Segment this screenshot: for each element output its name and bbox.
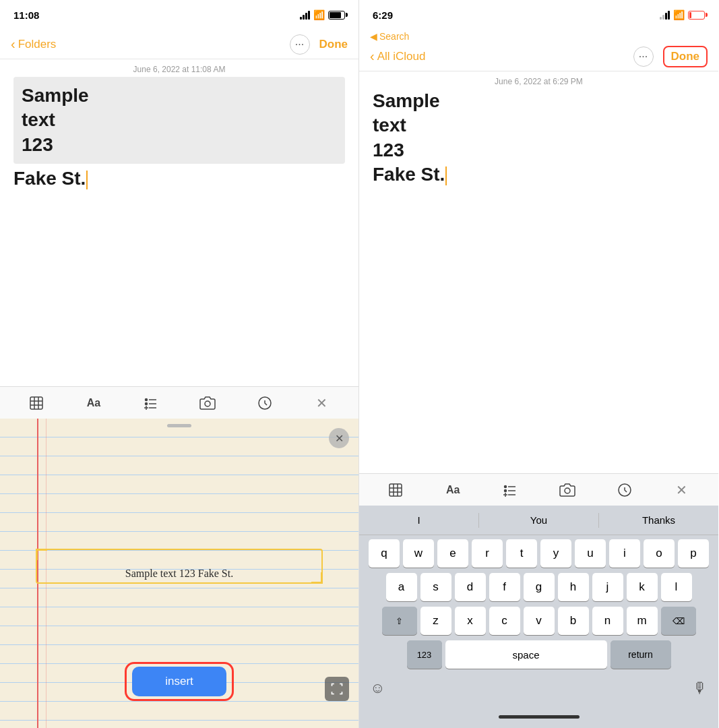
- left-menu-button[interactable]: ···: [290, 34, 310, 55]
- key-u[interactable]: u: [575, 539, 606, 568]
- right-menu-icon: ···: [639, 51, 648, 63]
- right-search-button[interactable]: ◀ Search: [370, 31, 409, 42]
- svg-point-19: [505, 485, 507, 487]
- left-camera-icon[interactable]: [195, 391, 220, 415]
- right-battery-icon: [688, 11, 705, 20]
- right-note-line-2: text: [373, 113, 705, 138]
- left-note-content: Sample text 123 Fake St.: [0, 77, 358, 386]
- handwritten-text: Sample text 123 Fake St.: [125, 568, 233, 580]
- right-nav-bar: ‹ All iCloud ··· Done: [359, 42, 718, 71]
- right-search-label: Search: [379, 31, 409, 42]
- right-toolbar: Aa: [359, 473, 718, 506]
- right-back-label: All iCloud: [377, 50, 426, 63]
- key-q[interactable]: q: [369, 539, 400, 568]
- right-table-icon[interactable]: [383, 478, 408, 502]
- key-e[interactable]: e: [437, 539, 468, 568]
- right-home-indicator: [359, 705, 718, 728]
- right-close-icon[interactable]: ✕: [670, 478, 694, 502]
- right-search-back: ◀ Search: [359, 30, 718, 42]
- left-status-icons: 📶: [300, 9, 345, 20]
- key-h[interactable]: h: [558, 573, 589, 601]
- right-status-icons: 📶: [660, 9, 705, 20]
- key-b[interactable]: b: [558, 607, 589, 635]
- keyboard-row-1: q w e r t y u i o p: [361, 539, 716, 568]
- left-cursor: [86, 171, 88, 189]
- left-status-bar: 11:08 📶: [0, 0, 358, 30]
- left-note-date: June 6, 2022 at 11:08 AM: [0, 59, 358, 77]
- key-s[interactable]: s: [420, 573, 451, 601]
- key-j[interactable]: j: [592, 573, 623, 601]
- key-r[interactable]: r: [472, 539, 503, 568]
- right-list-icon[interactable]: [498, 478, 522, 502]
- left-wifi-icon: 📶: [313, 9, 325, 20]
- right-screen: 6:29 📶 ◀ Search: [359, 0, 718, 728]
- right-note-content: Sample text 123 Fake St.: [359, 89, 718, 473]
- scan-corner-button[interactable]: [325, 677, 349, 701]
- right-home-bar: [499, 715, 580, 719]
- key-k[interactable]: k: [627, 573, 658, 601]
- predictive-word-3[interactable]: Thanks: [599, 514, 718, 526]
- right-note-line-4: Fake St.: [373, 162, 705, 187]
- left-done-button[interactable]: Done: [319, 38, 348, 51]
- key-c[interactable]: c: [489, 607, 520, 635]
- key-a[interactable]: a: [386, 573, 417, 601]
- insert-button[interactable]: insert: [132, 667, 226, 696]
- key-m[interactable]: m: [627, 607, 658, 635]
- left-format-icon[interactable]: Aa: [82, 391, 106, 415]
- right-format-icon[interactable]: Aa: [441, 478, 465, 502]
- key-g[interactable]: g: [524, 573, 555, 601]
- left-note-line-2: text: [22, 108, 337, 132]
- key-d[interactable]: d: [455, 573, 486, 601]
- left-close-icon[interactable]: ✕: [310, 391, 334, 415]
- key-f[interactable]: f: [489, 573, 520, 601]
- left-back-label: Folders: [18, 38, 57, 51]
- left-time: 11:08: [13, 9, 39, 21]
- key-w[interactable]: w: [403, 539, 434, 568]
- left-signal: [300, 11, 310, 20]
- left-back-button[interactable]: ‹ Folders: [11, 36, 56, 52]
- key-shift[interactable]: ⇧: [382, 607, 417, 635]
- mic-icon[interactable]: 🎙: [693, 679, 708, 697]
- key-o[interactable]: o: [644, 539, 675, 568]
- camera-handle[interactable]: [167, 424, 191, 427]
- key-t[interactable]: t: [506, 539, 537, 568]
- svg-point-5: [145, 398, 147, 400]
- svg-point-7: [145, 402, 147, 404]
- predictive-word-2[interactable]: You: [479, 514, 598, 526]
- svg-point-26: [565, 488, 570, 493]
- key-y[interactable]: y: [540, 539, 571, 568]
- key-z[interactable]: z: [420, 607, 451, 635]
- key-l[interactable]: l: [661, 573, 692, 601]
- right-done-button[interactable]: Done: [663, 46, 708, 67]
- left-table-icon[interactable]: [24, 391, 49, 415]
- left-battery-icon: [328, 11, 345, 20]
- key-n[interactable]: n: [592, 607, 623, 635]
- left-menu-icon: ···: [295, 38, 304, 51]
- key-v[interactable]: v: [524, 607, 555, 635]
- right-back-button[interactable]: ‹ All iCloud: [370, 49, 425, 64]
- predictive-bar: I You Thanks: [359, 506, 718, 535]
- right-menu-button[interactable]: ···: [633, 47, 654, 67]
- right-pen-icon[interactable]: [613, 478, 637, 502]
- predictive-word-1[interactable]: I: [359, 514, 478, 526]
- right-note-date: June 6, 2022 at 6:29 PM: [359, 71, 718, 89]
- left-nav-actions: ··· Done: [290, 34, 348, 55]
- right-wifi-icon: 📶: [673, 9, 685, 20]
- camera-close-button[interactable]: ✕: [329, 428, 349, 448]
- key-x[interactable]: x: [455, 607, 486, 635]
- key-return[interactable]: return: [611, 640, 671, 669]
- left-toolbar: Aa: [0, 386, 358, 419]
- left-note-selection[interactable]: Sample text 123: [13, 77, 345, 164]
- emoji-icon[interactable]: ☺: [370, 679, 385, 697]
- keyboard: I You Thanks q w e r t y u i o: [359, 506, 718, 728]
- svg-rect-14: [389, 484, 402, 496]
- right-camera-icon[interactable]: [555, 478, 580, 502]
- left-list-icon[interactable]: [139, 391, 163, 415]
- key-p[interactable]: p: [678, 539, 709, 568]
- left-note-line-3: 123: [22, 133, 337, 157]
- key-backspace[interactable]: ⌫: [661, 607, 696, 635]
- key-space[interactable]: space: [445, 640, 607, 669]
- key-numbers[interactable]: 123: [407, 640, 442, 669]
- left-pen-icon[interactable]: [253, 391, 277, 415]
- key-i[interactable]: i: [609, 539, 640, 568]
